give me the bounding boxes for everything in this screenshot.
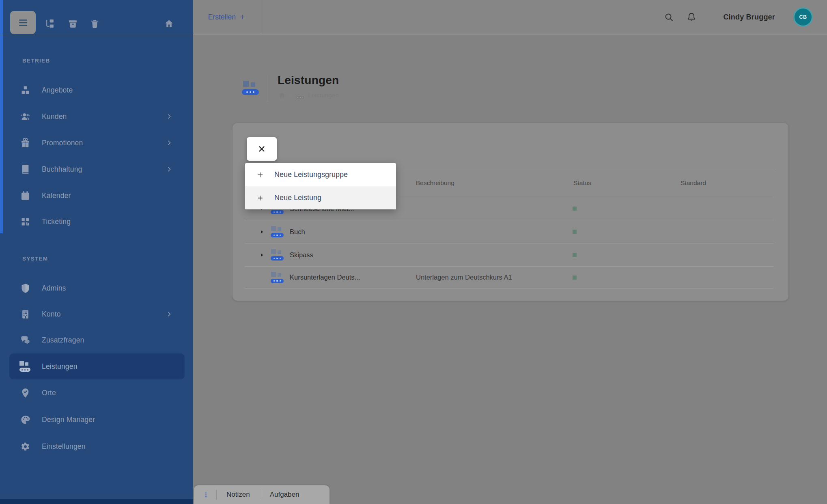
app-screen: BETRIEB Angebote Kunden Promotionen Buch… [0,0,827,504]
plus-icon [256,171,264,179]
close-icon [258,145,266,153]
menu-item-label: Neue Leistungsgruppe [274,170,348,179]
close-button[interactable] [247,137,277,161]
menu-item-neue-leistungsgruppe[interactable]: Neue Leistungsgruppe [245,163,396,186]
modal-backdrop[interactable] [0,0,827,504]
create-popover: Neue Leistungsgruppe Neue Leistung [245,135,396,209]
menu-item-label: Neue Leistung [274,194,321,202]
plus-icon [256,194,264,202]
menu-item-neue-leistung[interactable]: Neue Leistung [245,186,396,209]
create-menu: Neue Leistungsgruppe Neue Leistung [245,163,396,209]
